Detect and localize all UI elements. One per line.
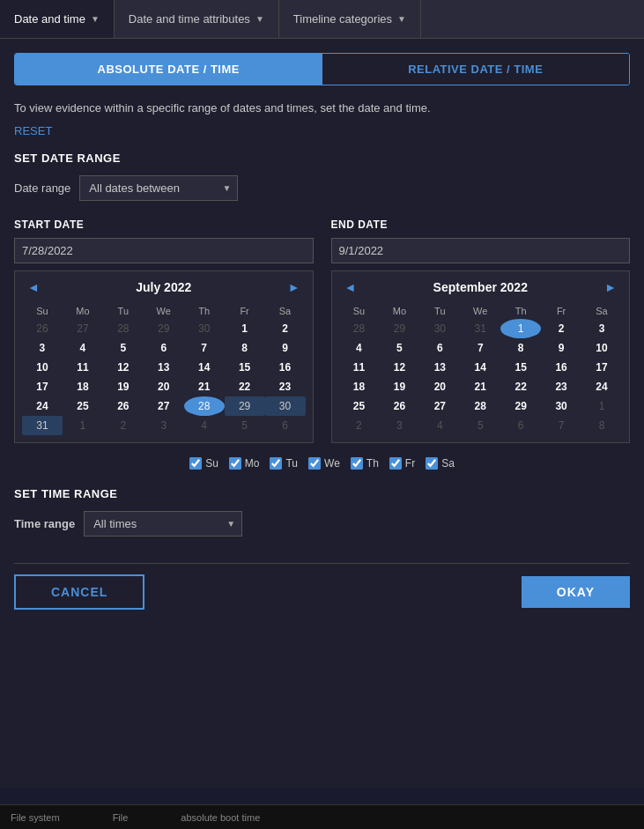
table-row[interactable]: 12 (103, 358, 144, 377)
table-row[interactable]: 5 (460, 416, 500, 435)
table-row[interactable]: 19 (379, 377, 419, 396)
weekday-checkbox-tu[interactable]: Tu (270, 457, 298, 470)
table-row[interactable]: 20 (144, 377, 184, 396)
weekday-checkbox-sa[interactable]: Sa (426, 457, 455, 470)
table-row[interactable]: 28 (339, 319, 380, 338)
table-row[interactable]: 9 (265, 338, 306, 358)
table-row[interactable]: 5 (225, 416, 265, 435)
table-row[interactable]: 1 (500, 319, 541, 338)
table-row[interactable]: 29 (379, 319, 419, 338)
table-row[interactable]: 31 (22, 416, 63, 435)
table-row[interactable]: 21 (460, 377, 500, 396)
table-row[interactable]: 29 (144, 319, 184, 338)
start-cal-prev-btn[interactable]: ◄ (22, 278, 45, 296)
table-row[interactable]: 24 (22, 396, 63, 416)
end-cal-next-btn[interactable]: ► (599, 278, 622, 296)
table-row[interactable]: 30 (541, 396, 581, 416)
table-row[interactable]: 2 (339, 416, 380, 435)
table-row[interactable]: 16 (541, 358, 581, 377)
table-row[interactable]: 27 (419, 396, 460, 416)
date-range-select-wrapper[interactable]: All dates between Before After On (79, 175, 238, 201)
table-row[interactable]: 17 (22, 377, 63, 396)
end-date-input[interactable] (331, 238, 631, 263)
table-row[interactable]: 26 (22, 319, 63, 338)
table-row[interactable]: 18 (339, 377, 380, 396)
table-row[interactable]: 8 (581, 416, 622, 435)
table-row[interactable]: 16 (265, 358, 306, 377)
date-range-select[interactable]: All dates between Before After On (79, 175, 238, 201)
cancel-button[interactable]: CANCEL (14, 574, 144, 610)
table-row[interactable]: 3 (581, 319, 622, 338)
table-row[interactable]: 15 (225, 358, 265, 377)
reset-link[interactable]: RESET (14, 124, 52, 137)
table-row[interactable]: 31 (460, 319, 500, 338)
relative-date-time-btn[interactable]: RELATIVE DATE / TIME (322, 54, 630, 85)
table-row[interactable]: 17 (581, 358, 622, 377)
table-row[interactable]: 27 (144, 396, 184, 416)
table-row[interactable]: 5 (103, 338, 144, 358)
table-row[interactable]: 8 (500, 338, 541, 358)
table-row[interactable]: 22 (500, 377, 541, 396)
table-row[interactable]: 23 (265, 377, 306, 396)
table-row[interactable]: 28 (184, 396, 225, 416)
start-date-input[interactable] (14, 238, 314, 263)
table-row[interactable]: 29 (500, 396, 541, 416)
table-row[interactable]: 28 (103, 319, 144, 338)
end-cal-prev-btn[interactable]: ◄ (339, 278, 362, 296)
table-row[interactable]: 4 (63, 338, 103, 358)
table-row[interactable]: 25 (63, 396, 103, 416)
table-row[interactable]: 26 (379, 396, 419, 416)
table-row[interactable]: 29 (225, 396, 265, 416)
table-row[interactable]: 15 (500, 358, 541, 377)
table-row[interactable]: 6 (144, 338, 184, 358)
okay-button[interactable]: OKAY (522, 576, 630, 608)
table-row[interactable]: 13 (419, 358, 460, 377)
table-row[interactable]: 30 (419, 319, 460, 338)
table-row[interactable]: 21 (184, 377, 225, 396)
table-row[interactable]: 5 (379, 338, 419, 358)
table-row[interactable]: 7 (541, 416, 581, 435)
table-row[interactable]: 27 (63, 319, 103, 338)
table-row[interactable]: 8 (225, 338, 265, 358)
table-row[interactable]: 7 (184, 338, 225, 358)
table-row[interactable]: 1 (63, 416, 103, 435)
table-row[interactable]: 26 (103, 396, 144, 416)
table-row[interactable]: 3 (379, 416, 419, 435)
table-row[interactable]: 12 (379, 358, 419, 377)
table-row[interactable]: 19 (103, 377, 144, 396)
weekday-checkbox-we[interactable]: We (308, 457, 340, 470)
table-row[interactable]: 20 (419, 377, 460, 396)
tab-date-time[interactable]: Date and time ▼ (0, 0, 115, 38)
table-row[interactable]: 14 (184, 358, 225, 377)
table-row[interactable]: 4 (339, 338, 380, 358)
table-row[interactable]: 13 (144, 358, 184, 377)
weekday-checkbox-fr[interactable]: Fr (389, 457, 415, 470)
table-row[interactable]: 2 (265, 319, 306, 338)
table-row[interactable]: 18 (63, 377, 103, 396)
table-row[interactable]: 3 (144, 416, 184, 435)
weekday-checkbox-th[interactable]: Th (351, 457, 379, 470)
table-row[interactable]: 2 (103, 416, 144, 435)
tab-date-time-attributes[interactable]: Date and time attributes ▼ (115, 0, 279, 38)
table-row[interactable]: 2 (541, 319, 581, 338)
table-row[interactable]: 28 (460, 396, 500, 416)
tab-timeline-categories[interactable]: Timeline categories ▼ (279, 0, 421, 38)
table-row[interactable]: 4 (419, 416, 460, 435)
table-row[interactable]: 11 (63, 358, 103, 377)
table-row[interactable]: 4 (184, 416, 225, 435)
table-row[interactable]: 7 (460, 338, 500, 358)
absolute-date-time-btn[interactable]: ABSOLUTE DATE / TIME (15, 54, 322, 85)
table-row[interactable]: 6 (419, 338, 460, 358)
time-range-select-wrapper[interactable]: All times Between Before After (84, 511, 242, 537)
table-row[interactable]: 6 (500, 416, 541, 435)
table-row[interactable]: 10 (22, 358, 63, 377)
table-row[interactable]: 30 (265, 396, 306, 416)
time-range-select[interactable]: All times Between Before After (84, 511, 242, 537)
table-row[interactable]: 6 (265, 416, 306, 435)
weekday-checkbox-mo[interactable]: Mo (229, 457, 260, 470)
table-row[interactable]: 22 (225, 377, 265, 396)
table-row[interactable]: 11 (339, 358, 380, 377)
table-row[interactable]: 1 (225, 319, 265, 338)
start-cal-next-btn[interactable]: ► (283, 278, 306, 296)
table-row[interactable]: 9 (541, 338, 581, 358)
